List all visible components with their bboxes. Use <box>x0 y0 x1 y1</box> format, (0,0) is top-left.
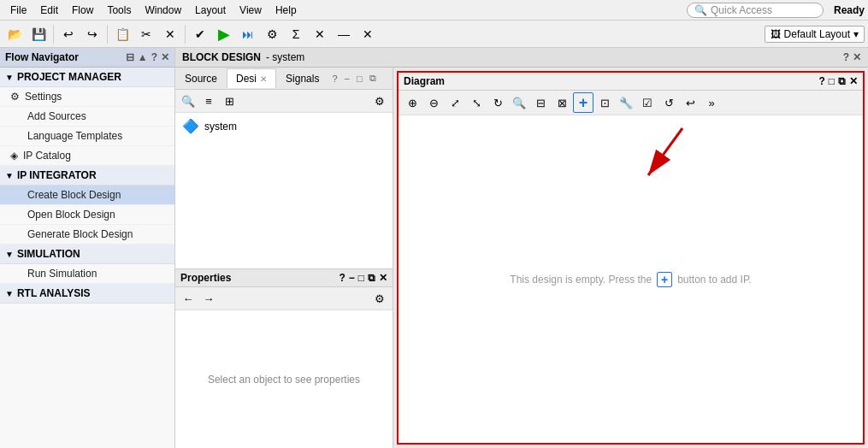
diag-close-icon[interactable]: ✕ <box>849 75 858 87</box>
zoom-out-button[interactable]: ⊖ <box>423 92 444 113</box>
nav-item-add-sources-label: Add Sources <box>27 110 86 122</box>
menu-flow[interactable]: Flow <box>65 3 100 18</box>
tab-signals[interactable]: Signals <box>276 68 328 88</box>
diagram-content: This design is empty. Press the + button… <box>399 115 863 443</box>
nav-item-language-templates[interactable]: Language Templates <box>0 127 174 146</box>
connect-button[interactable]: ⊡ <box>594 92 615 113</box>
props-close-icon[interactable]: ✕ <box>379 272 387 284</box>
nav-item-settings[interactable]: ⚙ Settings <box>0 87 174 107</box>
save-button[interactable]: 💾 <box>27 23 50 45</box>
run-button[interactable]: ▶ <box>213 23 235 45</box>
diag-restore-icon[interactable]: ⧉ <box>838 75 846 87</box>
fit-button[interactable]: ⤢ <box>445 92 465 113</box>
more-button[interactable]: » <box>701 92 722 113</box>
step-button[interactable]: ⏭ <box>237 23 259 45</box>
menu-file[interactable]: File <box>3 3 33 18</box>
nav-item-add-sources[interactable]: Add Sources <box>0 107 174 127</box>
section-rtl-analysis-header[interactable]: ▼ RTL ANALYSIS <box>0 284 174 304</box>
diag-maximize-icon[interactable]: □ <box>829 75 835 87</box>
zoom-in-button[interactable]: ⊕ <box>402 92 422 113</box>
props-settings-button[interactable]: ⚙ <box>370 289 389 308</box>
quick-access-box[interactable]: 🔍 Quick Access <box>687 3 824 18</box>
tab-minimize[interactable]: − <box>341 74 353 84</box>
cross1-button[interactable]: ✕ <box>309 23 331 45</box>
menu-view[interactable]: View <box>233 3 269 18</box>
pin-icon[interactable]: ⊟ <box>126 51 134 63</box>
redo-button[interactable]: ↪ <box>81 23 103 45</box>
search-diag-button[interactable]: 🔍 <box>509 92 529 113</box>
section-project-manager-header[interactable]: ▼ PROJECT MANAGER <box>0 68 174 87</box>
properties-toolbar: ← → ⚙ <box>175 287 393 310</box>
open-folder-button[interactable]: 📂 <box>3 23 26 45</box>
add-ip-inline-icon: + <box>657 272 672 287</box>
props-question-icon[interactable]: ? <box>339 272 345 284</box>
content-area: BLOCK DESIGN - system ? ✕ Source Desi ✕ <box>175 48 868 448</box>
cross3-button[interactable]: ✕ <box>357 23 379 45</box>
tab-help[interactable]: ? <box>328 74 340 84</box>
props-restore-icon[interactable]: ⧉ <box>368 272 375 284</box>
panel-settings-button[interactable]: ⚙ <box>370 91 389 110</box>
section-ip-integrator-header[interactable]: ▼ IP INTEGRATOR <box>0 166 174 186</box>
section-rtl-analysis: ▼ RTL ANALYSIS <box>0 284 174 304</box>
check-button[interactable]: ✔ <box>189 23 211 45</box>
props-minimize-icon[interactable]: − <box>349 272 355 284</box>
menu-help[interactable]: Help <box>269 3 304 18</box>
tab-bar: Source Desi ✕ Signals ? − □ ⧉ <box>175 68 393 90</box>
menu-edit[interactable]: Edit <box>33 3 65 18</box>
bd-close-icon[interactable]: ✕ <box>853 51 861 63</box>
close-icon[interactable]: ✕ <box>161 51 169 63</box>
cross2-button[interactable]: — <box>333 23 355 45</box>
cut-button[interactable]: ✂ <box>135 23 157 45</box>
red-arrow-indicator <box>631 124 700 201</box>
fit-width-button[interactable]: ⤡ <box>466 92 487 113</box>
section-ip-integrator-label: IP INTEGRATOR <box>17 169 97 181</box>
sigma-button[interactable]: Σ <box>285 23 307 45</box>
delete-button[interactable]: ✕ <box>159 23 181 45</box>
auto-connect-button[interactable]: ↺ <box>658 92 679 113</box>
collapse-arrow-rtl: ▼ <box>5 289 14 298</box>
expand-button[interactable]: ⊞ <box>220 91 239 110</box>
layout-label: Default Layout <box>784 28 850 40</box>
tab-restore[interactable]: ⧉ <box>366 73 380 84</box>
nav-item-ip-catalog[interactable]: ◈ IP Catalog <box>0 146 174 166</box>
tab-maximize[interactable]: □ <box>353 74 366 84</box>
align-button[interactable]: ⊠ <box>552 92 572 113</box>
tab-desi[interactable]: Desi ✕ <box>227 68 276 88</box>
nav-item-open-block[interactable]: Open Block Design <box>0 205 174 225</box>
nav-item-create-block[interactable]: Create Block Design <box>0 186 174 205</box>
up-icon[interactable]: ▲ <box>138 51 148 63</box>
search-panel-button[interactable]: 🔍 <box>179 91 198 110</box>
nav-item-generate-block[interactable]: Generate Block Design <box>0 225 174 245</box>
refresh-button[interactable]: ↻ <box>487 92 508 113</box>
section-simulation-header[interactable]: ▼ SIMULATION <box>0 245 174 264</box>
bd-question-icon[interactable]: ? <box>843 51 849 63</box>
menu-bar: File Edit Flow Tools Window Layout View … <box>0 0 868 21</box>
section-project-manager-label: PROJECT MANAGER <box>17 71 121 83</box>
question-icon[interactable]: ? <box>151 51 157 63</box>
diagram-panel: Diagram ? □ ⧉ ✕ ⊕ ⊖ ⤢ ⤡ ↻ 🔍 ⊟ ⊠ <box>397 71 865 445</box>
tab-desi-close[interactable]: ✕ <box>260 74 267 84</box>
props-back-button[interactable]: ← <box>179 289 198 308</box>
menu-window[interactable]: Window <box>138 3 188 18</box>
nav-item-run-sim[interactable]: Run Simulation <box>0 264 174 284</box>
props-maximize-icon[interactable]: □ <box>358 272 364 284</box>
undo-diag-button[interactable]: ↩ <box>680 92 700 113</box>
diag-question-icon[interactable]: ? <box>818 75 824 87</box>
config-button[interactable]: 🔧 <box>616 92 636 113</box>
menu-layout[interactable]: Layout <box>188 3 233 18</box>
align-center-button[interactable]: ⊟ <box>530 92 551 113</box>
source-item-system[interactable]: 🔷 system <box>179 116 389 136</box>
settings-button[interactable]: ⚙ <box>261 23 283 45</box>
layout-select[interactable]: 🖼 Default Layout ▾ <box>765 26 865 43</box>
collapse-arrow-sim: ▼ <box>5 250 14 259</box>
undo-button[interactable]: ↩ <box>57 23 80 45</box>
block-design-header: BLOCK DESIGN - system ? ✕ <box>175 48 868 68</box>
props-forward-button[interactable]: → <box>199 289 218 308</box>
copy-button[interactable]: 📋 <box>111 23 133 45</box>
validate-button[interactable]: ☑ <box>637 92 658 113</box>
menu-tools[interactable]: Tools <box>100 3 138 18</box>
add-ip-button[interactable]: + <box>573 92 593 113</box>
hierarchy-button[interactable]: ≡ <box>199 91 218 110</box>
tab-source[interactable]: Source <box>175 68 227 88</box>
block-design-subtitle: - system <box>266 51 304 63</box>
